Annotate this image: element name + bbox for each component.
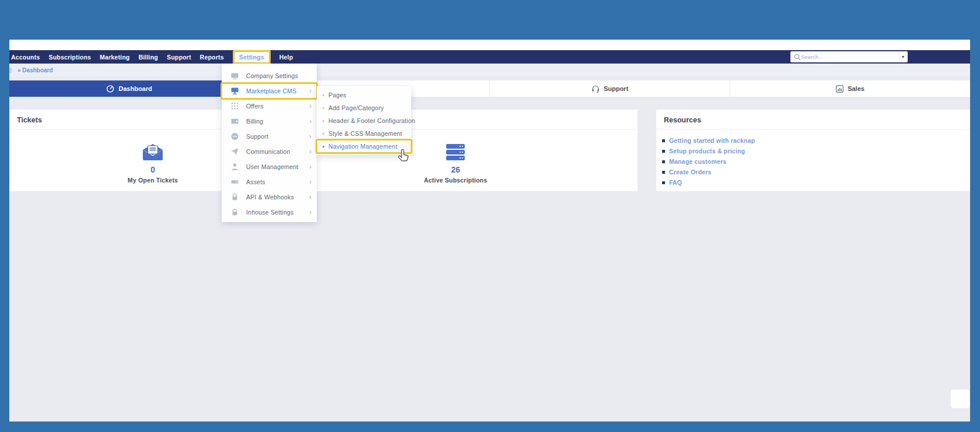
nav-item-marketing[interactable]: Marketing <box>100 54 130 61</box>
grid-icon <box>231 102 239 110</box>
search-divider <box>899 53 900 61</box>
dashboard-icon <box>106 85 114 93</box>
nav-item-accounts[interactable]: Accounts <box>11 54 40 61</box>
open-tickets-count: 0 <box>128 165 178 174</box>
search-caret-icon[interactable]: ▾ <box>902 54 908 59</box>
chevron-right-icon: › <box>309 178 312 185</box>
resource-link-faq[interactable]: FAQ <box>662 177 970 188</box>
menu-item-inhouse-settings[interactable]: Inhouse Settings › <box>222 205 317 220</box>
menu-item-assets[interactable]: Assets › <box>222 174 317 189</box>
nav-item-settings[interactable]: Settings <box>233 50 271 64</box>
dashboard-tabs: Dashboard Support Sales <box>9 80 970 97</box>
search-input[interactable] <box>801 54 897 60</box>
menu-item-marketplace-cms[interactable]: Marketplace CMS › <box>222 83 317 99</box>
send-icon <box>231 147 239 156</box>
menu-item-user-management[interactable]: User Management › <box>222 159 317 174</box>
bullet-icon <box>323 133 324 135</box>
submenu-item-label: Style & CSS Management <box>328 130 402 137</box>
submenu-item-label: Navigation Management <box>328 143 397 150</box>
tab-sales-label: Sales <box>848 85 864 92</box>
search-bar[interactable]: ▾ <box>790 51 908 62</box>
tab-sales[interactable]: Sales <box>730 80 970 97</box>
menu-item-label: Inhouse Settings <box>246 209 309 216</box>
menu-item-offers[interactable]: Offers › <box>222 99 317 114</box>
resource-link-getting-started[interactable]: Getting started with racknap <box>662 135 970 146</box>
chevron-right-icon: › <box>309 148 312 155</box>
bullet-icon <box>323 146 324 147</box>
headset-icon <box>592 85 600 93</box>
resource-link-label: Create Orders <box>669 168 712 175</box>
resource-link-label: FAQ <box>669 179 682 186</box>
settings-dropdown-menu: Company Settings Marketplace CMS › Offer… <box>222 64 317 222</box>
menu-item-label: Assets <box>246 178 309 185</box>
submenu-item-pages[interactable]: Pages <box>317 89 411 101</box>
submenu-item-add-page-category[interactable]: Add Page/Category <box>317 101 411 114</box>
nav-item-billing[interactable]: Billing <box>138 54 158 61</box>
breadcrumb-current[interactable]: Dashboard <box>22 67 52 73</box>
menu-item-api-webhooks[interactable]: API & Webhooks › <box>222 189 317 205</box>
submenu-item-label: Add Page/Category <box>328 104 384 111</box>
nav-item-subscriptions[interactable]: Subscriptions <box>48 54 91 61</box>
active-subscriptions-label: Active Subscriptions <box>424 177 487 184</box>
corner-widget[interactable] <box>951 389 970 408</box>
resource-link-manage-customers[interactable]: Manage customers <box>662 156 970 167</box>
chevron-right-icon: › <box>309 103 312 110</box>
mouse-cursor-icon <box>398 149 409 164</box>
menu-item-communication[interactable]: Communication › <box>222 144 317 159</box>
bullet-icon <box>662 139 665 142</box>
server-icon <box>231 178 239 186</box>
bullet-icon <box>323 94 324 96</box>
menu-item-label: Company Settings <box>246 72 312 79</box>
submenu-item-label: Header & Footer Configuration <box>328 117 415 124</box>
tab-support-label: Support <box>604 85 628 92</box>
resource-link-create-orders[interactable]: Create Orders <box>662 167 970 177</box>
nav-item-help[interactable]: Help <box>279 54 293 61</box>
resource-link-label: Getting started with racknap <box>669 137 755 144</box>
resource-link-label: Manage customers <box>669 158 726 165</box>
chevron-right-icon: › <box>309 194 312 201</box>
resource-link-setup-products[interactable]: Setup products & pricing <box>662 146 970 156</box>
user-icon <box>231 163 239 171</box>
submenu-item-style-css-management[interactable]: Style & CSS Management <box>317 127 411 140</box>
chevron-right-icon: › <box>309 209 312 216</box>
breadcrumb-separator: » <box>18 67 21 73</box>
open-mail-icon <box>142 143 163 161</box>
menu-item-label: Support <box>246 133 309 140</box>
menu-item-label: Communication <box>246 148 309 155</box>
open-tickets-label: My Open Tickets <box>128 177 178 184</box>
submenu-item-navigation-management[interactable]: Navigation Management <box>317 140 411 153</box>
card-icon <box>231 72 239 80</box>
menu-item-billing[interactable]: Billing › <box>222 114 317 129</box>
menu-item-company-settings[interactable]: Company Settings <box>222 68 317 83</box>
lock-icon <box>231 208 239 216</box>
wallet-icon <box>231 117 239 125</box>
nav-item-reports[interactable]: Reports <box>200 54 224 61</box>
menu-item-label: User Management <box>246 163 309 170</box>
monitor-icon <box>231 87 239 95</box>
menu-item-label: Marketplace CMS <box>246 87 309 94</box>
nav-item-support[interactable]: Support <box>167 54 191 61</box>
resource-link-label: Setup products & pricing <box>669 147 745 154</box>
submenu-item-header-footer-configuration[interactable]: Header & Footer Configuration <box>317 114 411 127</box>
stat-my-open-tickets[interactable]: 0 My Open Tickets <box>128 143 178 184</box>
chevron-right-icon: › <box>309 87 312 94</box>
tab-dashboard[interactable]: Dashboard <box>9 80 250 97</box>
active-subscriptions-count: 26 <box>424 165 487 174</box>
bullet-icon <box>323 120 324 122</box>
lock-icon <box>231 193 239 201</box>
stat-active-subscriptions[interactable]: 26 Active Subscriptions <box>424 143 487 184</box>
tab-support[interactable]: Support <box>490 80 730 97</box>
chevron-right-icon: › <box>309 133 312 140</box>
submenu-item-label: Pages <box>328 92 346 99</box>
chat-icon <box>231 132 239 141</box>
breadcrumb-page-icon <box>9 67 13 73</box>
bullet-icon <box>662 181 665 184</box>
resources-card: Resources Getting started with racknap S… <box>656 110 970 191</box>
menu-item-support[interactable]: Support › <box>222 129 317 144</box>
marketplace-cms-submenu: Pages Add Page/Category Header & Footer … <box>317 86 411 155</box>
breadcrumb: » Dashboard <box>9 64 970 76</box>
app-top-strip <box>9 40 970 50</box>
sales-chart-icon <box>836 85 844 93</box>
main-navbar: Accounts Subscriptions Marketing Billing… <box>9 50 970 64</box>
app-window: Accounts Subscriptions Marketing Billing… <box>9 40 970 422</box>
